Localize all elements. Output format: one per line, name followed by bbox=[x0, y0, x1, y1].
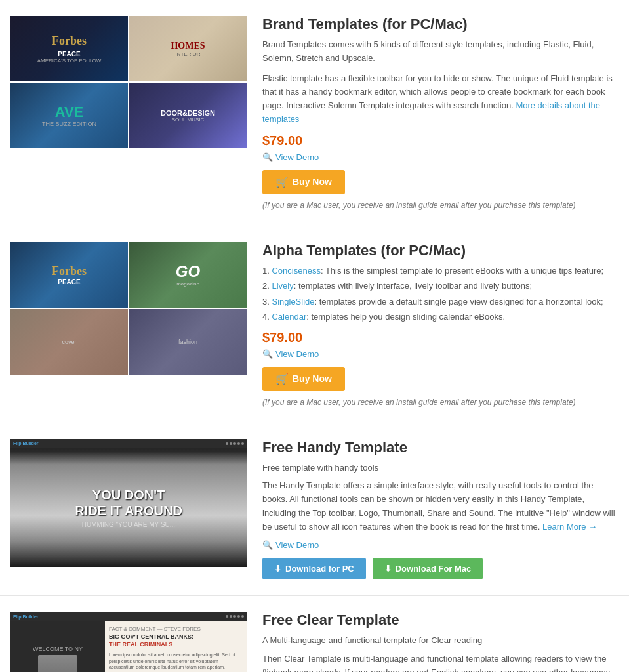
learn-more-handy[interactable]: Learn More → bbox=[542, 522, 597, 532]
search-icon-alpha: 🔍 bbox=[262, 349, 273, 359]
clear-person-placeholder bbox=[38, 655, 77, 672]
view-demo-alpha[interactable]: 🔍 View Demo bbox=[262, 349, 619, 359]
alpha-feature-1: 1. Conciseness: This is the simplest tem… bbox=[262, 264, 619, 278]
clear-image: Flip Builder WELCOME TO NY Steve Fores bbox=[10, 612, 247, 672]
product-images-alpha: Forbes PEACE GO magazine cover fashion bbox=[10, 242, 247, 407]
ave-sub: THE BUZZ EDITION bbox=[42, 121, 96, 127]
product-images-brand: Forbes PEACE AMERICA'S TOP FOLLOW HOMES … bbox=[10, 16, 247, 210]
image-grid-alpha: Forbes PEACE GO magazine cover fashion bbox=[10, 242, 247, 375]
brand-image-1: Forbes PEACE AMERICA'S TOP FOLLOW bbox=[10, 16, 128, 81]
btn-row-brand: 🛒 Buy Now (If you are a Mac user, you re… bbox=[262, 170, 619, 210]
view-demo-brand[interactable]: 🔍 View Demo bbox=[262, 152, 619, 162]
product-title-alpha: Alpha Templates (for PC/Mac) bbox=[262, 242, 619, 259]
alpha-feature-link-1[interactable]: Conciseness bbox=[272, 266, 320, 276]
product-images-clear: Flip Builder WELCOME TO NY Steve Fores bbox=[10, 612, 247, 672]
product-title-brand: Brand Templates (for PC/Mac) bbox=[262, 16, 619, 33]
buy-now-brand-button[interactable]: 🛒 Buy Now bbox=[262, 170, 345, 194]
c-dot5 bbox=[241, 615, 244, 618]
clear-inner-content: WELCOME TO NY Steve Fores FACT & COMMENT… bbox=[10, 621, 247, 672]
price-brand: $79.00 bbox=[262, 133, 619, 148]
alpha-img4-label: fashion bbox=[178, 339, 197, 345]
btn-row-handy: ⬇ Download for PC ⬇ Download For Mac bbox=[262, 558, 619, 579]
alpha-forbes-sub: PEACE bbox=[52, 278, 87, 285]
dot5 bbox=[241, 442, 244, 445]
flipbuilder-logo-handy: Flip Builder bbox=[13, 441, 39, 446]
product-clear-template: Flip Builder WELCOME TO NY Steve Fores bbox=[0, 596, 629, 672]
design-sub: SOUL MUSIC bbox=[161, 117, 215, 123]
product-info-alpha: Alpha Templates (for PC/Mac) 1. Concisen… bbox=[262, 242, 619, 407]
dot4 bbox=[237, 442, 240, 445]
alpha-img3-label: cover bbox=[62, 339, 76, 345]
product-handy-template: Flip Builder YOU DON'TRIDE IT AROUND HUM… bbox=[0, 423, 629, 597]
handy-main-text: YOU DON'TRIDE IT AROUND bbox=[75, 487, 182, 518]
handy-inner-content: YOU DON'TRIDE IT AROUND HUMMING "YOU ARE… bbox=[75, 487, 182, 528]
btn-row-alpha: 🛒 Buy Now (If you are a Mac user, you re… bbox=[262, 367, 619, 407]
forbes-label: Forbes bbox=[37, 34, 102, 48]
clear-body-text: Lorem ipsum dolor sit amet, consectetur … bbox=[109, 652, 243, 671]
download-mac-handy-button[interactable]: ⬇ Download For Mac bbox=[373, 558, 483, 579]
dot1 bbox=[226, 442, 228, 445]
product-info-clear: Free Clear Template A Multi-language and… bbox=[262, 612, 619, 672]
product-desc-clear: Then Clear Template is multi-language an… bbox=[262, 652, 619, 672]
product-subtitle-handy: Free template with handy tools bbox=[262, 461, 619, 474]
c-dot1 bbox=[226, 615, 228, 618]
download-icon-mac-handy: ⬇ bbox=[384, 564, 392, 574]
alpha-feature-link-4[interactable]: Calendar bbox=[272, 312, 306, 322]
view-demo-handy[interactable]: 🔍 View Demo bbox=[262, 540, 619, 550]
alpha-feature-3: 3. SingleSlide: templates provide a defa… bbox=[262, 295, 619, 308]
clear-fact-comment: FACT & COMMENT — STEVE FORES bbox=[109, 626, 243, 632]
homes-label: HOMES bbox=[171, 41, 205, 51]
c-dot4 bbox=[237, 615, 240, 618]
download-icon-pc-handy: ⬇ bbox=[274, 564, 281, 574]
price-alpha: $79.00 bbox=[262, 330, 619, 345]
c-dot3 bbox=[233, 615, 236, 618]
flipbuilder-bar-handy: Flip Builder bbox=[10, 439, 247, 448]
mac-note-brand: (If you are a Mac user, you receive an i… bbox=[262, 201, 576, 210]
buy-now-alpha-button[interactable]: 🛒 Buy Now bbox=[262, 367, 345, 391]
handy-image: Flip Builder YOU DON'TRIDE IT AROUND HUM… bbox=[10, 439, 247, 567]
product-desc-brand-long: Elastic template has a flexible toolbar … bbox=[262, 72, 619, 127]
product-info-handy: Free Handy Template Free template with h… bbox=[262, 439, 619, 580]
dot3 bbox=[233, 442, 236, 445]
ave-label: AVE bbox=[42, 104, 96, 121]
forbes-tagline: AMERICA'S TOP FOLLOW bbox=[37, 58, 102, 64]
alpha-image-3: cover bbox=[10, 309, 128, 375]
toolbar-dots-clear bbox=[226, 615, 244, 618]
alpha-forbes-label: Forbes bbox=[52, 264, 87, 278]
mac-note-alpha: (If you are a Mac user, you receive an i… bbox=[262, 398, 576, 407]
forbes-sub: PEACE bbox=[37, 51, 102, 58]
alpha-feature-2: 2. Lively: templates with lively interfa… bbox=[262, 280, 619, 293]
alpha-image-1: Forbes PEACE bbox=[10, 242, 128, 308]
alpha-features-list: 1. Conciseness: This is the simplest tem… bbox=[262, 264, 619, 324]
brand-image-3: AVE THE BUZZ EDITION bbox=[10, 83, 128, 148]
flipbuilder-logo-clear: Flip Builder bbox=[13, 614, 39, 619]
cart-icon-brand: 🛒 bbox=[275, 176, 289, 188]
dot2 bbox=[230, 442, 232, 445]
brand-image-2: HOMES INTERIOR bbox=[129, 16, 247, 81]
go-label: GO bbox=[176, 262, 200, 281]
cart-icon-alpha: 🛒 bbox=[275, 373, 289, 385]
clear-left-panel: WELCOME TO NY Steve Fores bbox=[10, 621, 105, 672]
clear-person-area: WELCOME TO NY Steve Fores bbox=[33, 646, 83, 672]
download-pc-handy-button[interactable]: ⬇ Download for PC bbox=[262, 558, 366, 579]
alpha-image-4: fashion bbox=[129, 309, 247, 375]
search-icon-brand: 🔍 bbox=[262, 152, 273, 162]
alpha-feature-link-2[interactable]: Lively bbox=[272, 281, 293, 291]
handy-sub-text: HUMMING "YOU ARE MY SU... bbox=[75, 521, 182, 528]
product-desc-handy: The Handy Template offers a simple inter… bbox=[262, 479, 619, 534]
brand-image-4: DOOR&DESIGN SOUL MUSIC bbox=[129, 83, 247, 148]
product-images-handy: Flip Builder YOU DON'TRIDE IT AROUND HUM… bbox=[10, 439, 247, 580]
product-title-clear: Free Clear Template bbox=[262, 612, 619, 629]
c-dot2 bbox=[230, 615, 232, 618]
product-brand-templates: Forbes PEACE AMERICA'S TOP FOLLOW HOMES … bbox=[0, 0, 629, 226]
alpha-image-2: GO magazine bbox=[129, 242, 247, 308]
product-alpha-templates: Forbes PEACE GO magazine cover fashion A… bbox=[0, 226, 629, 423]
homes-sub: INTERIOR bbox=[171, 51, 205, 57]
toolbar-dots-handy bbox=[226, 442, 244, 445]
clear-headline-text: BIG GOV'T CENTRAL BANKS:THE REAL CRIMINA… bbox=[109, 633, 243, 648]
alpha-feature-link-3[interactable]: SingleSlide bbox=[272, 297, 314, 306]
search-icon-handy: 🔍 bbox=[262, 540, 273, 550]
product-title-handy: Free Handy Template bbox=[262, 439, 619, 456]
product-subtitle-clear: A Multi-language and functional template… bbox=[262, 634, 619, 647]
product-info-brand: Brand Templates (for PC/Mac) Brand Templ… bbox=[262, 16, 619, 210]
